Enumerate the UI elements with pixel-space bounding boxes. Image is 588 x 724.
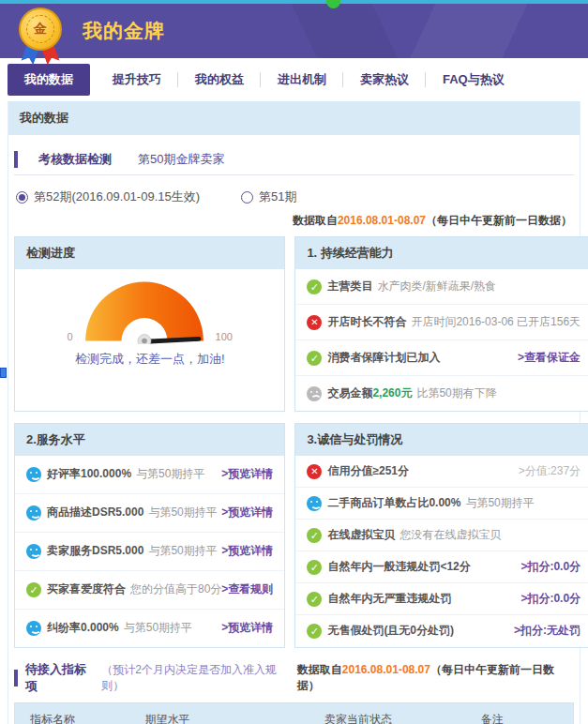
list-item: 纠纷率0.000% 与第50期持平 >预览详情 bbox=[15, 610, 284, 647]
blue-edge-marker bbox=[0, 368, 7, 378]
item-label: 交易金额 bbox=[327, 385, 372, 401]
item-label: 纠纷率0.000% bbox=[47, 620, 119, 636]
gauge-min-label: 0 bbox=[67, 331, 72, 344]
view-deposit-link[interactable]: >查看保证金 bbox=[518, 350, 580, 366]
col-expected-level: 期望水平 bbox=[138, 703, 306, 724]
panel1-title: 1. 持续经营能力 bbox=[295, 237, 588, 269]
list-item: 消费者保障计划已加入 >查看保证金 bbox=[295, 340, 588, 376]
item-text: 与第50期持平 bbox=[136, 466, 204, 482]
period-selector: 第52期(2016.09.01-09.15生效) 第51期 bbox=[14, 185, 574, 211]
main-nav: 我的数据 提升技巧 我的权益 进出机制 卖家热议 FAQ与热议 bbox=[0, 58, 588, 101]
list-item: 好评率100.000% 与第50期持平 >预览详情 bbox=[15, 456, 284, 494]
item-label: 好评率100.000% bbox=[47, 466, 131, 482]
check-icon bbox=[307, 592, 322, 607]
check-icon bbox=[307, 528, 322, 543]
deduction-link[interactable]: >扣分:无处罚 bbox=[514, 623, 580, 639]
purple-bar-icon bbox=[14, 670, 18, 686]
purple-bar-icon bbox=[14, 151, 18, 168]
medal-coin-icon: 金 bbox=[19, 8, 62, 51]
subtab-period50-sellers[interactable]: 第50期金牌卖家 bbox=[125, 144, 237, 174]
item-text: 比第50期有下降 bbox=[416, 385, 496, 401]
item-label: 无售假处罚(且无0分处罚) bbox=[327, 623, 454, 639]
check-icon bbox=[307, 351, 322, 366]
data-source-suffix: （每日中午更新前一日数据） bbox=[426, 214, 572, 227]
list-item: 二手商品订单数占比0.00% 与第50期持平 bbox=[295, 488, 588, 520]
preview-detail-link[interactable]: >预览详情 bbox=[221, 505, 273, 520]
item-text: 您的分值高于80分 bbox=[130, 581, 221, 597]
item-text: 与第50期持平 bbox=[465, 495, 534, 511]
preview-detail-link[interactable]: >预览详情 bbox=[221, 466, 273, 482]
radio-period-52-label: 第52期(2016.09.01-09.15生效) bbox=[34, 189, 200, 205]
data-source-date: 2016.08.01-08.07 bbox=[342, 663, 430, 676]
tab-entry-exit[interactable]: 进出机制 bbox=[261, 64, 343, 96]
check-icon bbox=[26, 582, 41, 597]
item-label: 自然年内一般违规处罚<12分 bbox=[327, 559, 470, 575]
sad-face-icon bbox=[307, 386, 322, 401]
view-rules-link[interactable]: >查看规则 bbox=[221, 581, 273, 597]
item-text: 您没有在线虚拟宝贝 bbox=[400, 527, 501, 543]
data-source-date: 2016.08.01-08.07 bbox=[338, 214, 426, 227]
progress-panel: 检测进度 0 bbox=[14, 236, 285, 412]
item-text: 水产肉类/新鲜蔬果/熟食 bbox=[377, 279, 496, 294]
item-text: 开店时间2016-03-06 已开店156天 bbox=[411, 314, 580, 330]
tab-my-benefits[interactable]: 我的权益 bbox=[178, 64, 261, 96]
pending-indicators-table: 指标名称 期望水平 卖家当前状态 备注 24发货速度 平均发货时长≤24小时 2… bbox=[14, 702, 574, 724]
item-label: 自然年内无严重违规处罚 bbox=[327, 591, 451, 607]
transaction-amount: 2,260元 bbox=[372, 385, 412, 401]
item-text: 与第50期持平 bbox=[124, 620, 192, 636]
list-item: 自然年内无严重违规处罚 >扣分:0.0分 bbox=[295, 583, 588, 615]
radio-selected-icon[interactable] bbox=[16, 191, 28, 204]
data-source-prefix: 数据取自 bbox=[297, 663, 342, 676]
deduction-link[interactable]: >扣分:0.0分 bbox=[520, 559, 580, 575]
list-item: 开店时长不符合 开店时间2016-03-06 已开店156天 bbox=[295, 305, 588, 340]
col-indicator-name: 指标名称 bbox=[15, 703, 138, 724]
list-item: 卖家服务DSR5.000 与第50期持平 >预览详情 bbox=[15, 533, 284, 571]
item-text: 与第50期持平 bbox=[148, 543, 217, 559]
credit-score-value: >分值:237分 bbox=[519, 463, 580, 479]
medal-char: 金 bbox=[26, 15, 54, 43]
radio-period-51-label: 第51期 bbox=[259, 189, 296, 205]
smiley-icon bbox=[26, 467, 41, 482]
radio-period-52[interactable]: 第52期(2016.09.01-09.15生效) bbox=[16, 189, 200, 205]
tab-faq[interactable]: FAQ与热议 bbox=[426, 64, 521, 96]
radio-unselected-icon[interactable] bbox=[241, 191, 253, 204]
pending-note: （预计2个月内决定是否加入准入规则） bbox=[101, 662, 297, 694]
col-current-status: 卖家当前状态 bbox=[305, 703, 411, 724]
list-item: 交易金额 2,260元 比第50期有下降 bbox=[295, 376, 588, 411]
smiley-icon bbox=[26, 505, 41, 520]
tab-my-data[interactable]: 我的数据 bbox=[8, 64, 90, 96]
preview-detail-link[interactable]: >预览详情 bbox=[221, 543, 273, 559]
section-title: 我的数据 bbox=[8, 101, 580, 135]
table-header-row: 指标名称 期望水平 卖家当前状态 备注 bbox=[15, 703, 574, 724]
sub-tabs: 考核数据检测 第50期金牌卖家 bbox=[14, 144, 574, 175]
list-item: 商品描述DSR5.000 与第50期持平 >预览详情 bbox=[15, 494, 284, 533]
page-banner: 金 我的金牌 bbox=[0, 4, 588, 58]
pending-indicators-header: 待接入指标项 （预计2个月内决定是否加入准入规则） 数据取自2016.08.01… bbox=[14, 661, 574, 695]
item-label: 信用分值≥251分 bbox=[327, 463, 409, 479]
cross-icon bbox=[307, 315, 322, 330]
item-label: 开店时长不符合 bbox=[327, 314, 406, 330]
col-remark: 备注 bbox=[412, 703, 574, 724]
deduction-link[interactable]: >扣分:0.0分 bbox=[520, 591, 580, 607]
item-label: 主营类目 bbox=[327, 279, 372, 294]
radio-period-51[interactable]: 第51期 bbox=[241, 189, 296, 205]
subtab-assessment-data[interactable]: 考核数据检测 bbox=[25, 144, 125, 174]
tab-seller-discussion[interactable]: 卖家热议 bbox=[343, 64, 426, 96]
list-item: 自然年内一般违规处罚<12分 >扣分:0.0分 bbox=[295, 551, 588, 583]
check-icon bbox=[307, 560, 322, 575]
panel2-title: 2.服务水平 bbox=[15, 424, 284, 456]
list-item: 信用分值≥251分 >分值:237分 bbox=[295, 456, 588, 488]
list-item: 无售假处罚(且无0分处罚) >扣分:无处罚 bbox=[295, 615, 588, 646]
integrity-penalty-panel: 3.诚信与处罚情况 信用分值≥251分 >分值:237分 二手商品订单数占比0.… bbox=[294, 423, 588, 648]
smiley-icon bbox=[307, 496, 322, 511]
smiley-icon bbox=[26, 621, 41, 636]
gauge-max-label: 100 bbox=[216, 331, 233, 344]
item-text: 与第50期持平 bbox=[148, 505, 217, 520]
preview-detail-link[interactable]: >预览详情 bbox=[221, 620, 273, 636]
item-label: 商品描述DSR5.000 bbox=[47, 505, 143, 520]
pending-title: 待接入指标项 bbox=[25, 661, 98, 695]
gold-medal-icon: 金 bbox=[17, 8, 66, 68]
tab-improve-skills[interactable]: 提升技巧 bbox=[96, 64, 178, 96]
item-label: 买家喜爱度符合 bbox=[47, 581, 126, 597]
check-icon bbox=[307, 279, 322, 294]
